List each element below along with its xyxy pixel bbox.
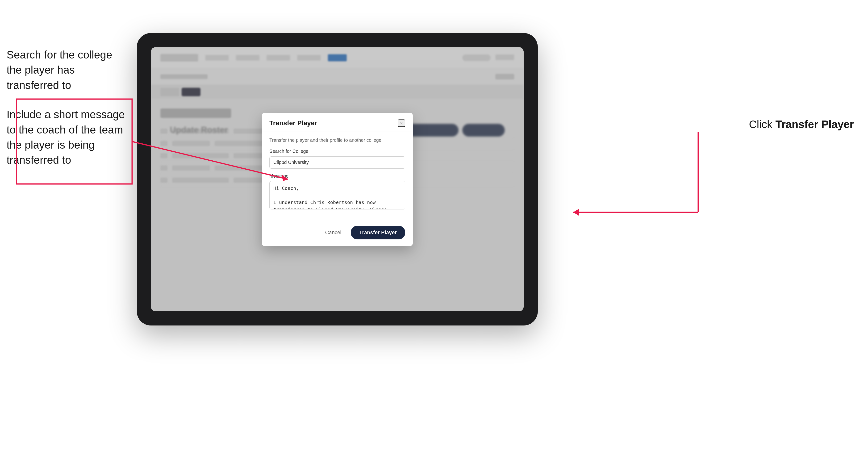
message-group: Message Hi Coach, I understand Chris Rob… xyxy=(269,173,405,210)
transfer-player-modal: Transfer Player × Transfer the player an… xyxy=(262,113,413,246)
transfer-player-button[interactable]: Transfer Player xyxy=(351,226,405,239)
modal-close-button[interactable]: × xyxy=(398,119,405,127)
search-college-group: Search for College xyxy=(269,149,405,168)
modal-footer: Cancel Transfer Player xyxy=(262,221,413,246)
annotation-click-text: Click Transfer Player xyxy=(749,118,854,131)
tablet-screen: Update Roster Transfer Player × Transfer… xyxy=(151,47,524,311)
modal-overlay: Transfer Player × Transfer the player an… xyxy=(151,47,524,311)
annotation-message-text: Include a short message to the coach of … xyxy=(7,107,129,168)
message-label: Message xyxy=(269,173,405,179)
tablet-device: Update Roster Transfer Player × Transfer… xyxy=(137,33,538,325)
message-textarea[interactable]: Hi Coach, I understand Chris Robertson h… xyxy=(269,181,405,210)
search-college-input[interactable] xyxy=(269,156,405,168)
annotation-left: Search for the college the player has tr… xyxy=(7,47,129,182)
search-college-label: Search for College xyxy=(269,149,405,154)
modal-body: Transfer the player and their profile to… xyxy=(262,132,413,221)
cancel-button[interactable]: Cancel xyxy=(320,227,346,239)
annotation-right: Click Transfer Player xyxy=(749,118,854,131)
annotation-search-text: Search for the college the player has tr… xyxy=(7,47,129,93)
svg-marker-5 xyxy=(573,209,579,216)
modal-title: Transfer Player xyxy=(269,119,317,127)
modal-header: Transfer Player × xyxy=(262,113,413,132)
modal-subtitle: Transfer the player and their profile to… xyxy=(269,137,405,143)
